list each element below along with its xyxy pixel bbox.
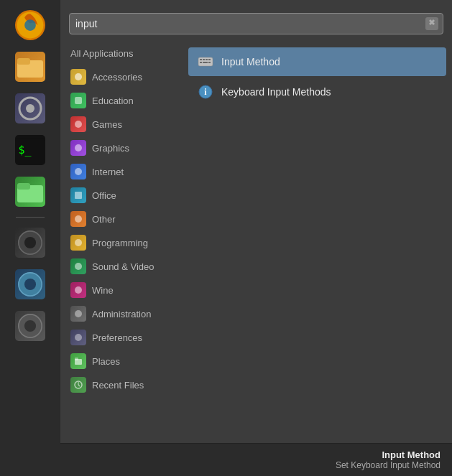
- result-keyboard-input[interactable]: i Keyboard Input Methods: [188, 78, 446, 106]
- category-games[interactable]: Games: [63, 113, 180, 136]
- result-keyboard-input-label: Keyboard Input Methods: [221, 86, 331, 98]
- svg-point-5: [26, 104, 34, 113]
- category-recent[interactable]: Recent Files: [63, 373, 180, 396]
- app3-icon: [15, 311, 45, 341]
- svg-rect-30: [75, 358, 78, 360]
- category-wine[interactable]: Wine: [63, 279, 180, 302]
- admin-label: Administration: [92, 309, 151, 319]
- results-panel: Input Method i Keyboard Input Methods: [183, 43, 452, 443]
- svg-point-26: [75, 286, 82, 294]
- folder-icon: [15, 177, 45, 207]
- keyboard-input-icon: i: [197, 83, 214, 101]
- sidebar-icon-app3[interactable]: [11, 307, 50, 345]
- all-applications-label: All Applications: [70, 48, 133, 59]
- category-places[interactable]: Places: [63, 350, 180, 373]
- svg-point-24: [75, 239, 82, 246]
- search-clear-button[interactable]: [425, 17, 438, 30]
- sound-label: Sound & Video: [92, 261, 154, 272]
- svg-marker-16: [429, 19, 435, 25]
- games-label: Games: [92, 119, 122, 130]
- category-sound[interactable]: Sound & Video: [63, 255, 180, 278]
- category-internet[interactable]: Internet: [63, 160, 180, 183]
- system-icon: [15, 93, 45, 123]
- svg-point-13: [24, 279, 36, 290]
- firefox-icon: [15, 10, 45, 40]
- svg-rect-36: [203, 59, 205, 60]
- prefs-label: Preferences: [92, 332, 142, 343]
- sidebar-icon-folder[interactable]: [11, 172, 50, 211]
- sidebar-icon-terminal[interactable]: $_: [11, 131, 50, 169]
- svg-point-25: [75, 263, 82, 270]
- sound-icon: [70, 258, 86, 274]
- category-graphics[interactable]: Graphics: [63, 136, 180, 159]
- search-input[interactable]: [74, 15, 425, 32]
- main-panel: All Applications Accessories Education G…: [60, 0, 452, 476]
- category-prefs[interactable]: Preferences: [63, 326, 180, 349]
- recent-label: Recent Files: [92, 380, 144, 391]
- svg-rect-37: [206, 59, 208, 60]
- svg-rect-22: [75, 192, 82, 199]
- svg-rect-18: [75, 97, 82, 104]
- content-area: All Applications Accessories Education G…: [60, 43, 452, 443]
- terminal-icon: $_: [15, 135, 45, 165]
- places-icon: [70, 353, 86, 369]
- search-bar: [69, 13, 443, 34]
- education-icon: [70, 93, 86, 108]
- svg-point-27: [75, 310, 82, 317]
- categories-panel: All Applications Accessories Education G…: [60, 43, 183, 443]
- graphics-icon: [70, 140, 86, 156]
- app1-icon: [15, 228, 45, 258]
- category-office[interactable]: Office: [63, 184, 180, 207]
- other-label: Other: [92, 214, 116, 225]
- internet-label: Internet: [92, 167, 124, 177]
- category-admin[interactable]: Administration: [63, 302, 180, 325]
- games-icon: [70, 116, 86, 132]
- svg-point-20: [75, 144, 82, 151]
- svg-rect-39: [200, 62, 202, 63]
- svg-point-17: [75, 73, 82, 80]
- sidebar-icon-system[interactable]: [11, 89, 50, 128]
- programming-icon: [70, 235, 86, 251]
- svg-point-1: [24, 19, 36, 31]
- svg-point-19: [75, 121, 82, 128]
- svg-point-21: [75, 168, 82, 175]
- svg-rect-40: [203, 62, 208, 63]
- programming-label: Programming: [92, 238, 148, 248]
- education-label: Education: [92, 95, 134, 106]
- prefs-icon: [70, 330, 86, 345]
- firefox-svg: [15, 10, 45, 40]
- category-other[interactable]: Other: [63, 207, 180, 230]
- category-programming[interactable]: Programming: [63, 231, 180, 254]
- wine-icon: [70, 282, 86, 298]
- sidebar: $_: [0, 0, 60, 476]
- internet-icon: [70, 164, 86, 179]
- svg-point-23: [75, 215, 82, 223]
- places-label: Places: [92, 356, 120, 367]
- svg-rect-3: [17, 58, 30, 65]
- category-education[interactable]: Education: [63, 89, 180, 112]
- accessories-label: Accessories: [92, 72, 142, 83]
- sidebar-divider: [16, 217, 45, 218]
- sidebar-icon-firefox[interactable]: [11, 6, 50, 45]
- category-all[interactable]: All Applications: [63, 47, 180, 65]
- other-icon: [70, 211, 86, 227]
- svg-point-28: [75, 334, 82, 341]
- sidebar-icon-app1[interactable]: [11, 223, 50, 262]
- result-input-method-label: Input Method: [221, 56, 280, 67]
- svg-text:$_: $_: [19, 144, 32, 157]
- admin-icon: [70, 306, 86, 322]
- sidebar-icon-app2[interactable]: [11, 265, 50, 304]
- app2-icon: [15, 269, 45, 299]
- footer-title: Input Method: [72, 449, 441, 460]
- svg-point-15: [24, 320, 36, 332]
- clear-icon: [428, 19, 436, 28]
- office-icon: [70, 187, 86, 203]
- svg-line-33: [78, 385, 80, 386]
- category-accessories[interactable]: Accessories: [63, 65, 180, 88]
- sidebar-icon-files[interactable]: [11, 47, 50, 86]
- files-icon: [15, 52, 45, 82]
- wine-label: Wine: [92, 285, 114, 296]
- svg-rect-38: [208, 59, 211, 60]
- result-input-method[interactable]: Input Method: [188, 47, 446, 76]
- svg-rect-9: [17, 183, 30, 190]
